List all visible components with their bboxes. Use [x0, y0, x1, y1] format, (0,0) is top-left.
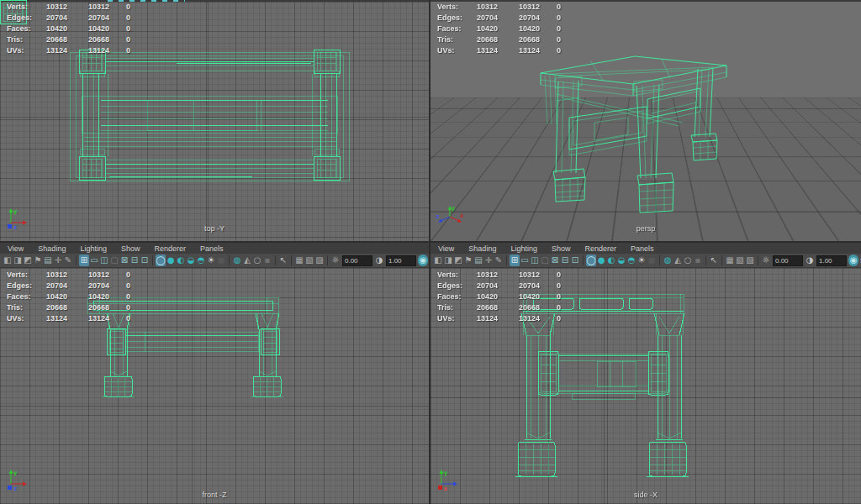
occlusion-icon[interactable]: ◍ [663, 255, 673, 266]
select-tool-icon[interactable]: ↖ [278, 255, 288, 266]
viewport-front[interactable]: ViewShadingLightingShowRendererPanels ◧◨… [0, 243, 429, 504]
safe-action-icon[interactable]: ⊟ [560, 255, 570, 266]
isolate-remove-icon[interactable]: ▨ [745, 255, 755, 266]
isolate-remove-icon[interactable]: ▨ [314, 255, 325, 266]
shaded-wireframe-icon[interactable]: ◐ [606, 255, 616, 266]
menu-show[interactable]: Show [121, 244, 140, 253]
axis-x-label: x [444, 486, 448, 491]
textured-icon[interactable]: ◒ [186, 255, 196, 266]
camera-attributes-icon[interactable]: ◨ [443, 255, 453, 266]
isolate-add-icon[interactable]: ▧ [304, 255, 314, 266]
bookmark-icon[interactable]: ⚑ [33, 255, 43, 266]
menu-view[interactable]: View [438, 244, 454, 253]
camera-icon[interactable]: ◧ [3, 255, 13, 266]
hud-extra: 0 [126, 2, 143, 13]
field-chart-icon[interactable]: ⊠ [119, 255, 129, 266]
hud-current: 13124 [46, 313, 88, 324]
backface-icon[interactable]: ▪ [693, 255, 703, 266]
safe-title-icon[interactable]: ⊡ [140, 255, 150, 266]
menu-view[interactable]: View [8, 244, 24, 253]
menu-shading[interactable]: Shading [38, 244, 66, 253]
exposure-field[interactable]: 0.00 [773, 255, 803, 266]
menu-renderer[interactable]: Renderer [584, 244, 616, 253]
resolution-gate-icon[interactable]: ◫ [99, 255, 109, 266]
viewport-side[interactable]: ViewShadingLightingShowRendererPanels ◧◨… [430, 243, 861, 504]
use-all-lights-icon[interactable]: ☀ [637, 255, 647, 266]
hud-label: Tris: [7, 34, 46, 45]
axis-x-label: x [460, 213, 464, 219]
resolution-gate-icon[interactable]: ◫ [530, 255, 540, 266]
view-transform-icon[interactable]: ◉ [418, 255, 428, 266]
menu-show[interactable]: Show [552, 244, 571, 253]
gamma-field[interactable]: 1.00 [816, 255, 847, 266]
isolate-select-icon[interactable]: ▦ [294, 255, 304, 266]
view-transform-icon[interactable]: ◉ [848, 255, 858, 266]
film-gate-icon[interactable]: ▭ [520, 255, 530, 266]
smooth-shade-icon[interactable]: ● [596, 255, 606, 266]
film-gate-icon[interactable]: ▭ [89, 255, 99, 266]
menu-panels[interactable]: Panels [631, 244, 654, 253]
gamma-field[interactable]: 1.00 [386, 255, 416, 266]
axis-y-label: y [444, 470, 448, 476]
wireframe-display-icon[interactable]: ◯ [586, 255, 596, 266]
isolate-add-icon[interactable]: ▧ [735, 255, 745, 266]
camera-lock-icon[interactable]: ◩ [453, 255, 463, 266]
textured-wireframe-icon[interactable]: ◓ [626, 255, 637, 266]
pan-zoom-icon[interactable]: ✛ [53, 255, 63, 266]
menu-shading[interactable]: Shading [468, 244, 496, 253]
hud-row: Faces:10420104200 [437, 24, 573, 34]
smooth-wire-icon[interactable]: ○ [252, 255, 262, 266]
shaded-wireframe-icon[interactable]: ◐ [176, 255, 186, 266]
textured-icon[interactable]: ◒ [616, 255, 626, 266]
backface-icon[interactable]: ▪ [262, 255, 272, 266]
image-plane-icon[interactable]: ▤ [473, 255, 483, 266]
smooth-wire-icon[interactable]: ○ [683, 255, 693, 266]
pan-zoom-icon[interactable]: ✛ [483, 255, 494, 266]
hud-row: Verts:10312103120 [437, 2, 573, 13]
paint-effects-icon[interactable]: ◭ [673, 255, 683, 266]
grease-pencil-icon[interactable]: ✎ [494, 255, 504, 266]
camera-lock-icon[interactable]: ◩ [23, 255, 33, 266]
viewport-divider-horizontal[interactable] [0, 241, 861, 243]
shadows-icon[interactable]: ● [647, 255, 657, 266]
safe-title-icon[interactable]: ⊡ [570, 255, 580, 266]
select-tool-icon[interactable]: ↖ [709, 255, 719, 266]
camera-icon[interactable]: ◧ [433, 255, 443, 266]
menu-panels[interactable]: Panels [200, 244, 224, 253]
safe-action-icon[interactable]: ⊟ [129, 255, 140, 266]
gamma-icon[interactable]: ◑ [374, 255, 384, 266]
wireframe-display-icon[interactable]: ◯ [156, 255, 166, 266]
hud-current: 20704 [477, 281, 519, 291]
occlusion-icon[interactable]: ◍ [232, 255, 242, 266]
grid-toggle-icon[interactable]: ⊞ [510, 255, 520, 266]
exposure-icon[interactable]: ☼ [761, 255, 771, 266]
field-chart-icon[interactable]: ⊠ [550, 255, 560, 266]
menu-lighting[interactable]: Lighting [80, 244, 107, 253]
paint-effects-icon[interactable]: ◭ [242, 255, 252, 266]
viewport-label: front -Z [0, 491, 429, 499]
smooth-shade-icon[interactable]: ● [166, 255, 176, 266]
gate-mask-icon[interactable]: ▢ [109, 255, 119, 266]
menu-renderer[interactable]: Renderer [154, 244, 186, 253]
textured-wireframe-icon[interactable]: ◓ [196, 255, 206, 266]
gamma-icon[interactable]: ◑ [805, 255, 815, 266]
viewport-divider-vertical[interactable] [429, 0, 430, 504]
hud-total: 20704 [519, 281, 557, 291]
image-plane-icon[interactable]: ▤ [43, 255, 53, 266]
exposure-icon[interactable]: ☼ [330, 255, 341, 266]
viewport-persp[interactable]: Verts:10312103120Edges:20704207040Faces:… [430, 0, 861, 241]
use-all-lights-icon[interactable]: ☀ [206, 255, 216, 266]
hud-row: Edges:20704207040 [7, 13, 143, 24]
shadows-icon[interactable]: ● [216, 255, 226, 266]
bookmark-icon[interactable]: ⚑ [463, 255, 473, 266]
hud-row: UVs:13124131240 [7, 313, 143, 324]
grid-toggle-icon[interactable]: ⊞ [79, 255, 89, 266]
isolate-select-icon[interactable]: ▦ [725, 255, 735, 266]
viewport-top[interactable]: Verts:10312103120Edges:20704207040Faces:… [0, 0, 429, 241]
exposure-field[interactable]: 0.00 [342, 255, 372, 266]
gate-mask-icon[interactable]: ▢ [540, 255, 550, 266]
grease-pencil-icon[interactable]: ✎ [63, 255, 73, 266]
camera-attributes-icon[interactable]: ◨ [13, 255, 23, 266]
hud-total: 10420 [88, 291, 126, 302]
menu-lighting[interactable]: Lighting [510, 244, 537, 253]
